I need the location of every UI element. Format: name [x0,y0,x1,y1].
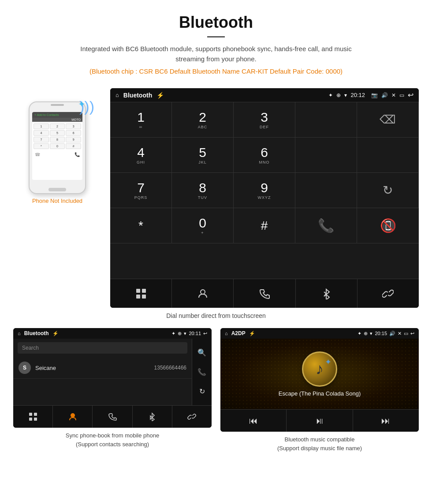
x-icon[interactable]: ✕ [391,92,396,98]
dial-key-6[interactable]: 6 MNO [234,138,295,173]
pb-empty-space [13,379,192,405]
nav-phone-icon[interactable] [234,279,295,308]
svg-text:✦: ✦ [78,99,86,109]
pb-search-box[interactable]: Search [18,342,187,354]
svg-point-6 [201,290,205,294]
phonebook-caption: Sync phone-book from mobile phone (Suppo… [13,431,212,448]
dial-empty-1a [295,102,357,138]
home-icon[interactable]: ⌂ [115,92,119,98]
phonebook-caption-line1: Sync phone-book from mobile phone [66,432,159,439]
dial-key-star[interactable]: * [110,208,172,243]
nav-contacts-icon[interactable] [172,279,234,308]
dial-key-3[interactable]: 3 DEF [234,102,295,138]
svg-rect-8 [34,413,37,416]
pb-time: 20:11 [189,331,201,336]
window-icon: ▭ [399,92,404,98]
page-header: Bluetooth Integrated with BC6 Bluetooth … [0,0,432,88]
back-icon[interactable]: ↩ [408,91,413,99]
dial-redial-key[interactable]: ↻ [357,173,419,208]
music-caption: Bluetooth music compatible (Support disp… [220,435,419,452]
phone-key-0: 0 [50,143,65,149]
dial-key-0[interactable]: 0 + [172,208,234,243]
phonebook-screen: ⌂ Bluetooth ⚡ ✦ ⊕ ▾ 20:11 ↩ [13,328,212,428]
dial-key-2[interactable]: 2 ABC [172,102,234,138]
pb-contact-avatar: S [19,362,31,374]
car-bottom-nav [110,279,419,308]
pb-contact-name: Seicane [35,365,150,371]
pb-loc-icon: ⊕ [178,331,182,336]
dial-key-8[interactable]: 8 TUV [172,173,234,208]
music-x-icon[interactable]: ✕ [398,331,402,336]
pb-search-row: Search [13,339,192,357]
phone-moto-bar: MOTO [32,118,82,122]
header-specs: (Bluetooth chip : CSR BC6 Default Blueto… [9,67,423,75]
pb-call-icon[interactable]: 📞 [197,368,206,376]
header-divider [207,36,225,37]
nav-link-icon[interactable] [358,279,419,308]
pb-nav-phone[interactable] [93,406,132,428]
music-prev-btn[interactable]: ⏮ [220,410,287,432]
car-status-bar: ⌂ Bluetooth ⚡ ✦ ⊕ ▾ 20:12 📷 🔊 ✕ ▭ ↩ [110,88,419,102]
phone-key-9: 9 [66,137,81,142]
status-right: ✦ ⊕ ▾ 20:12 📷 🔊 ✕ ▭ ↩ [328,91,413,99]
dial-key-4[interactable]: 4 GHI [110,138,172,173]
music-back-icon[interactable]: ↩ [410,331,414,336]
location-icon: ⊕ [336,92,341,98]
phone-key-5: 5 [50,130,65,136]
dial-key-9[interactable]: 9 WXYZ [234,173,295,208]
signal-icon: ▾ [344,92,347,98]
pb-contact-row[interactable]: S Seicane 13566664466 [13,357,192,379]
pb-back-icon[interactable]: ↩ [203,331,207,336]
dial-section: ))) ✦ + Add to Contacts MOTO 1 2 3 4 [0,88,432,308]
dial-call-key[interactable]: 📞 [295,208,357,243]
pb-status-right: ✦ ⊕ ▾ 20:11 ↩ [171,331,207,336]
car-dial-screen: ⌂ Bluetooth ⚡ ✦ ⊕ ▾ 20:12 📷 🔊 ✕ ▭ ↩ 1 ∞ [110,88,419,308]
pb-usb-icon: ⚡ [52,331,59,336]
pb-nav-grid[interactable] [13,406,53,428]
pb-search-placeholder: Search [22,345,39,351]
music-status-bar: ⌂ A2DP ⚡ ✦ ⊕ ▾ 20:15 🔊 ✕ ▭ ↩ [220,328,419,339]
volume-icon: 🔊 [381,92,388,98]
dial-key-7[interactable]: 7 PQRS [110,173,172,208]
music-app-name: A2DP [231,330,246,336]
pb-nav-link[interactable] [172,406,212,428]
nav-grid-icon[interactable] [110,279,172,308]
pb-nav-bluetooth[interactable] [133,406,172,428]
music-usb-icon: ⚡ [249,331,255,336]
usb-icon: ⚡ [156,92,164,99]
music-caption-line1: Bluetooth music compatible [285,436,355,443]
dial-key-hash[interactable]: # [234,208,295,243]
music-play-pause-btn[interactable]: ⏯ [287,410,353,432]
nav-bluetooth-icon[interactable] [296,279,358,308]
dial-grid: 1 ∞ 2 ABC 3 DEF ⌫ 4 GHI 5 JKL [110,102,419,279]
dial-end-key[interactable]: 📵 [357,208,419,243]
music-next-btn[interactable]: ⏭ [353,410,419,432]
dial-caption: Dial number direct from touchscreen [0,312,432,319]
pb-home-icon: ⌂ [18,331,21,336]
pb-refresh-icon[interactable]: ↻ [199,387,205,396]
page-title: Bluetooth [9,13,423,32]
music-vol-icon: 🔊 [389,331,395,336]
phone-screen-header: + Add to Contacts [32,112,82,118]
phone-key-hash: # [66,143,81,149]
svg-rect-10 [34,418,37,421]
music-main: ♪ ✦ Escape (The Pina Colada Song) [220,339,419,409]
phone-not-included-label: Phone Not Included [32,198,82,204]
music-album-art: ♪ ✦ [302,351,337,387]
svg-rect-3 [142,289,146,293]
pb-search-icon[interactable]: 🔍 [197,348,206,357]
music-bt-icon: ✦ [358,331,361,336]
phone-wrapper: ))) ✦ + Add to Contacts MOTO 1 2 3 4 [29,101,86,194]
svg-rect-4 [136,295,140,299]
phone-key-star: * [34,143,49,149]
music-song-title: Escape (The Pina Colada Song) [279,390,361,397]
phone-key-2: 2 [50,123,65,129]
dial-key-1[interactable]: 1 ∞ [110,102,172,138]
pb-nav-person[interactable] [53,406,93,428]
dial-backspace-key[interactable]: ⌫ [357,102,419,138]
status-left: ⌂ Bluetooth ⚡ [115,92,164,99]
music-win-icon: ▭ [404,331,408,336]
svg-rect-9 [29,418,32,421]
pb-layout: Search S Seicane 13566664466 🔍 📞 ↻ [13,339,212,405]
dial-key-5[interactable]: 5 JKL [172,138,234,173]
